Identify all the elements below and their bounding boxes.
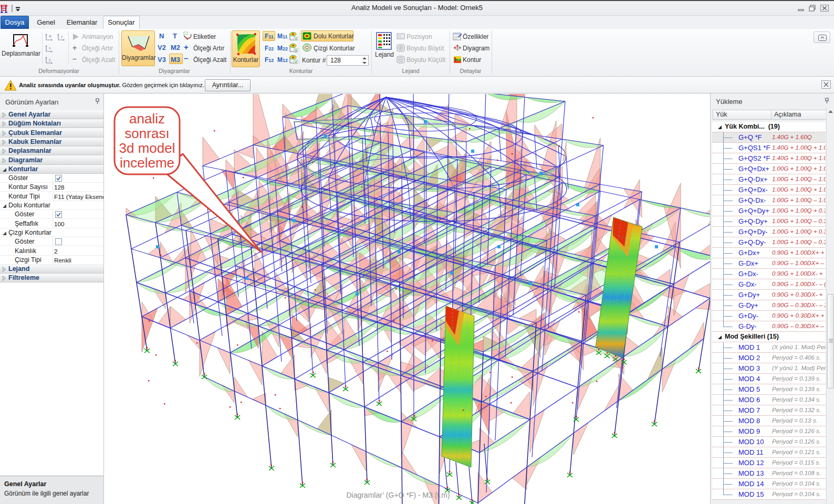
- svg-text:R: R: [49, 35, 51, 38]
- svg-text:analiz: analiz: [129, 111, 165, 127]
- svg-text:inceleme: inceleme: [120, 155, 174, 171]
- svg-text:z: z: [295, 60, 297, 64]
- svg-text:x: x: [49, 46, 51, 50]
- svg-text:sonrası: sonrası: [124, 125, 169, 141]
- svg-text:y: y: [49, 58, 51, 62]
- svg-text:3d model: 3d model: [119, 140, 175, 156]
- svg-text:z: z: [61, 35, 63, 38]
